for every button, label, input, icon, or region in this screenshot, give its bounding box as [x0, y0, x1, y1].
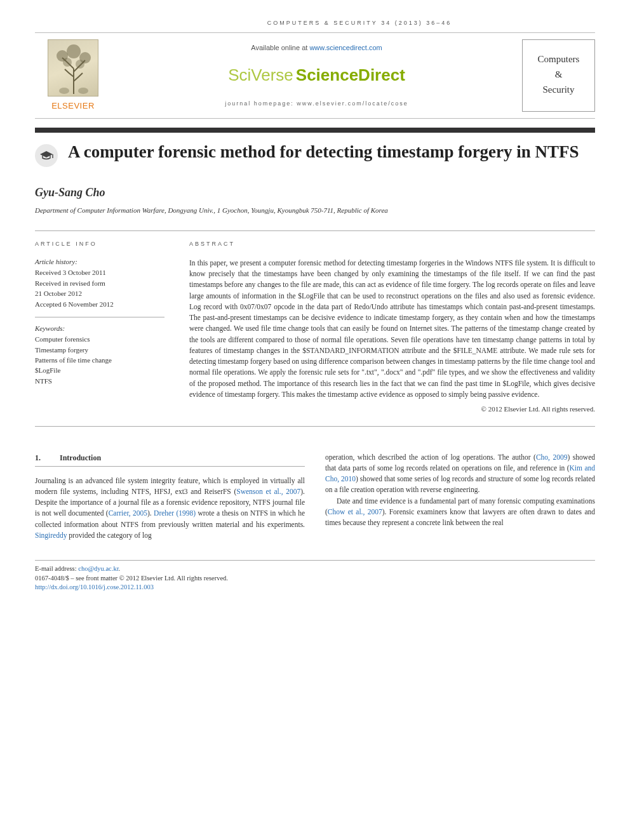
- sciencedirect-word: ScienceDirect: [296, 63, 405, 86]
- revised-line1: Received in revised form: [35, 279, 171, 288]
- article-title: A computer forensic method for detecting…: [68, 142, 579, 163]
- keywords-label: Keywords:: [35, 324, 171, 333]
- accepted-date: Accepted 6 November 2012: [35, 300, 171, 309]
- body-paragraph: Journaling is an advanced file system in…: [35, 476, 305, 542]
- svg-point-4: [76, 60, 84, 69]
- body-paragraph: operation, which described the action of…: [325, 452, 595, 496]
- cover-title-line1: Computers: [525, 51, 592, 67]
- homepage-label: journal homepage:: [225, 100, 297, 107]
- citation-link[interactable]: Dreher (1998): [154, 509, 196, 517]
- email-line: E-mail address: cho@dyu.ac.kr.: [35, 564, 595, 574]
- cover-title-line3: Security: [525, 82, 592, 97]
- author-name: Gyu-Sang Cho: [35, 185, 595, 201]
- citation-link[interactable]: Singireddy: [35, 531, 67, 539]
- section-number: 1.: [35, 452, 41, 463]
- abstract-block: ABSTRACT In this paper, we present a com…: [189, 240, 595, 414]
- graduation-cap-icon: [35, 144, 58, 167]
- abstract-copyright: © 2012 Elsevier Ltd. All rights reserved…: [189, 404, 595, 415]
- author-email-link[interactable]: cho@dyu.ac.kr: [78, 565, 118, 572]
- available-online-text: Available online at www.sciencedirect.co…: [117, 43, 516, 53]
- elsevier-wordmark: ELSEVIER: [51, 100, 95, 112]
- body-paragraph: Date and time evidence is a fundamental …: [325, 496, 595, 529]
- history-label: Article history:: [35, 257, 171, 267]
- issn-copyright-line: 0167-4048/$ – see front matter © 2012 El…: [35, 574, 595, 583]
- section-heading: 1. Introduction: [35, 452, 305, 467]
- received-date: Received 3 October 2011: [35, 268, 171, 277]
- available-prefix: Available online at: [251, 44, 309, 51]
- journal-homepage-line: journal homepage: www.elsevier.com/locat…: [117, 100, 516, 108]
- svg-point-3: [63, 58, 72, 67]
- svg-point-1: [67, 44, 81, 58]
- section-title: Introduction: [60, 452, 101, 463]
- journal-cover-thumbnail: Computers & Security: [522, 39, 595, 112]
- cover-title-line2: &: [525, 67, 592, 82]
- keyword-item: Computer forensics: [35, 335, 171, 344]
- article-info-heading: ARTICLE INFO: [35, 240, 171, 248]
- sciverse-logo: SciVerse ScienceDirect: [117, 63, 516, 86]
- sciverse-word: SciVerse: [228, 63, 293, 86]
- journal-reference: COMPUTERS & SECURITY 34 (2013) 36–46: [35, 19, 595, 27]
- keyword-item: Patterns of file time change: [35, 356, 171, 365]
- sciencedirect-link[interactable]: www.sciencedirect.com: [309, 44, 382, 51]
- body-column-right: operation, which described the action of…: [325, 452, 595, 542]
- keyword-item: Timestamp forgery: [35, 345, 171, 355]
- title-color-bar: [35, 128, 595, 133]
- info-divider: [35, 317, 164, 317]
- homepage-url[interactable]: www.elsevier.com/locate/cose: [297, 100, 408, 107]
- citation-link[interactable]: Carrier, 2005: [109, 509, 147, 517]
- citation-link[interactable]: Chow et al., 2007: [328, 508, 382, 516]
- page-footer: E-mail address: cho@dyu.ac.kr. 0167-4048…: [35, 560, 595, 592]
- abstract-heading: ABSTRACT: [189, 240, 595, 249]
- header-bar: ELSEVIER Available online at www.science…: [35, 32, 595, 119]
- author-affiliation: Department of Computer Information Warfa…: [35, 206, 595, 215]
- citation-link[interactable]: Swenson et al., 2007: [236, 488, 300, 495]
- keyword-item: NTFS: [35, 377, 171, 386]
- svg-point-5: [59, 88, 69, 94]
- article-info-block: ARTICLE INFO Article history: Received 3…: [35, 240, 171, 414]
- elsevier-tree-icon: [48, 39, 98, 97]
- doi-link[interactable]: http://dx.doi.org/10.1016/j.cose.2012.11…: [35, 583, 154, 590]
- body-column-left: 1. Introduction Journaling is an advance…: [35, 452, 305, 542]
- revised-line2: 21 October 2012: [35, 289, 171, 298]
- abstract-text: In this paper, we present a computer for…: [189, 258, 595, 400]
- publisher-logo: ELSEVIER: [35, 39, 111, 112]
- citation-link[interactable]: Cho, 2009: [536, 453, 568, 461]
- svg-point-6: [78, 88, 88, 94]
- keyword-item: $LogFile: [35, 366, 171, 375]
